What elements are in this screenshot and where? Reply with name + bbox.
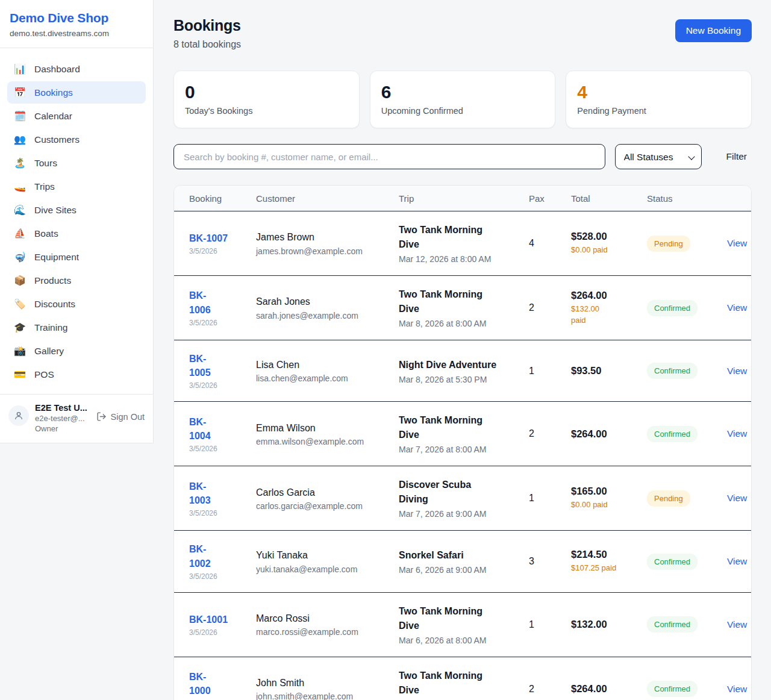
status-cell: Pending <box>647 236 720 252</box>
sidebar-item-calendar[interactable]: 🗓️ Calendar <box>7 105 146 127</box>
status-cell: Confirmed <box>647 426 720 442</box>
booking-id-link[interactable]: BK-1005 <box>189 352 211 380</box>
customer-cell: Marco Rossi marco.rossi@example.com <box>256 612 399 637</box>
booking-date: 3/5/2026 <box>189 445 256 453</box>
customer-email: lisa.chen@example.com <box>256 373 399 383</box>
stat-label: Pending Payment <box>577 106 740 116</box>
booking-cell: BK-1002 3/5/2026 <box>189 542 256 580</box>
column-header-status: Status <box>647 193 720 204</box>
view-link[interactable]: View <box>727 302 747 313</box>
spiral-calendar-icon: 🗓️ <box>13 110 27 122</box>
status-select[interactable]: All Statuses <box>615 144 702 169</box>
sidebar-item-label: Products <box>34 275 71 286</box>
total-amount: $93.50 <box>571 365 647 377</box>
sidebar-item-dive-sites[interactable]: 🌊 Dive Sites <box>7 199 146 221</box>
trip-date: Mar 12, 2026 at 8:00 AM <box>399 254 529 264</box>
customer-name: Carlos Garcia <box>256 486 399 499</box>
trip-name: Two Tank MorningDive <box>399 669 529 698</box>
sidebar-item-label: Gallery <box>34 346 64 357</box>
sidebar-item-training[interactable]: 🎓 Training <box>7 316 146 339</box>
booking-id-link[interactable]: BK-1002 <box>189 542 211 570</box>
sidebar-item-customers[interactable]: 👥 Customers <box>7 128 146 151</box>
booking-date: 3/5/2026 <box>189 572 256 581</box>
status-badge: Confirmed <box>647 616 698 633</box>
sidebar-item-discounts[interactable]: 🏷️ Discounts <box>7 293 146 315</box>
view-link[interactable]: View <box>727 556 747 566</box>
customer-name: John Smith <box>256 677 399 690</box>
view-link[interactable]: View <box>727 493 747 503</box>
actions-cell: View <box>720 366 747 377</box>
main-content: Bookings 8 total bookings New Booking 0 … <box>154 0 771 700</box>
sidebar-item-equipment[interactable]: 🤿 Equipment <box>7 246 146 268</box>
trip-name: Two Tank MorningDive <box>399 287 529 316</box>
total-amount: $528.00 <box>571 231 647 242</box>
filter-button[interactable]: Filter <box>722 151 752 162</box>
view-link[interactable]: View <box>727 238 747 248</box>
trip-date: Mar 6, 2026 at 8:00 AM <box>399 636 529 645</box>
status-cell: Confirmed <box>647 300 720 316</box>
sign-out-button[interactable]: Sign Out <box>96 411 145 422</box>
status-badge: Confirmed <box>647 300 698 316</box>
camera-icon: 📸 <box>13 345 27 357</box>
status-select-wrap: All Statuses <box>615 144 702 169</box>
actions-cell: View <box>720 493 747 504</box>
booking-id-link[interactable]: BK-1000 <box>189 670 211 698</box>
table-row: BK-1001 3/5/2026 Marco Rossi marco.rossi… <box>174 593 751 657</box>
customer-email: emma.wilson@example.com <box>256 437 399 446</box>
trip-date: Mar 8, 2026 at 5:30 PM <box>399 375 529 384</box>
sidebar-item-dashboard[interactable]: 📊 Dashboard <box>7 58 146 80</box>
sailboat-icon: ⛵ <box>13 228 27 239</box>
user-email: e2e-tester@... <box>35 414 90 423</box>
booking-id-link[interactable]: BK-1006 <box>189 289 211 316</box>
column-header-pax: Pax <box>529 193 571 204</box>
table-body: BK-1007 3/5/2026 James Brown james.brown… <box>174 211 751 700</box>
sidebar-item-bookings[interactable]: 📅 Bookings <box>7 81 146 104</box>
brand-block: Demo Dive Shop demo.test.divestreams.com <box>0 0 153 48</box>
trip-cell: Two Tank MorningDive Mar 8, 2026 at 8:00… <box>399 287 529 328</box>
view-link[interactable]: View <box>727 619 747 630</box>
sidebar-item-tours[interactable]: 🏝️ Tours <box>7 152 146 174</box>
status-badge: Confirmed <box>647 554 698 570</box>
trip-cell: Night Dive Adventure Mar 8, 2026 at 5:30… <box>399 358 529 384</box>
trip-date: Mar 7, 2026 at 9:00 AM <box>399 509 529 519</box>
booking-cell: BK-1004 3/5/2026 <box>189 415 256 453</box>
customer-email: carlos.garcia@example.com <box>256 501 399 511</box>
total-amount: $132.00 <box>571 619 647 630</box>
trip-date: Mar 6, 2026 at 9:00 AM <box>399 565 529 575</box>
booking-id-link[interactable]: BK-1001 <box>189 613 228 627</box>
table-row: BK-1004 3/5/2026 Emma Wilson emma.wilson… <box>174 402 751 466</box>
booking-id-link[interactable]: BK-1003 <box>189 480 211 507</box>
booking-id-link[interactable]: BK-1004 <box>189 415 211 443</box>
actions-cell: View <box>720 302 747 313</box>
pax-cell: 1 <box>529 493 571 504</box>
sidebar-item-trips[interactable]: 🚤 Trips <box>7 175 146 198</box>
view-link[interactable]: View <box>727 366 747 376</box>
label-icon: 🏷️ <box>13 298 27 310</box>
column-header-customer: Customer <box>256 193 399 204</box>
customer-email: sarah.jones@example.com <box>256 311 399 320</box>
booking-cell: BK-1003 3/5/2026 <box>189 480 256 517</box>
booking-id-link[interactable]: BK-1007 <box>189 231 228 245</box>
new-booking-button[interactable]: New Booking <box>675 19 752 42</box>
sidebar-item-pos[interactable]: 💳 POS <box>7 363 146 386</box>
search-input[interactable] <box>173 144 605 169</box>
island-icon: 🏝️ <box>13 157 27 169</box>
trip-cell: Discover ScubaDiving Mar 7, 2026 at 9:00… <box>399 478 529 519</box>
sidebar-item-products[interactable]: 📦 Products <box>7 269 146 292</box>
sidebar-item-gallery[interactable]: 📸 Gallery <box>7 340 146 362</box>
actions-cell: View <box>720 428 747 439</box>
table-row: BK-1005 3/5/2026 Lisa Chen lisa.chen@exa… <box>174 340 751 402</box>
stat-label: Today's Bookings <box>185 106 348 116</box>
customer-email: yuki.tanaka@example.com <box>256 564 399 574</box>
status-cell: Confirmed <box>647 616 720 633</box>
view-link[interactable]: View <box>727 428 747 439</box>
graduation-cap-icon: 🎓 <box>13 322 27 333</box>
avatar <box>8 405 29 426</box>
view-link[interactable]: View <box>727 684 747 694</box>
stats-row: 0 Today's Bookings 6 Upcoming Confirmed … <box>173 70 752 128</box>
bookings-table: Booking Customer Trip Pax Total Status B… <box>173 185 752 700</box>
trip-name: Discover ScubaDiving <box>399 478 529 507</box>
total-amount: $264.00 <box>571 290 647 301</box>
sidebar-item-boats[interactable]: ⛵ Boats <box>7 222 146 245</box>
actions-cell: View <box>720 556 747 567</box>
